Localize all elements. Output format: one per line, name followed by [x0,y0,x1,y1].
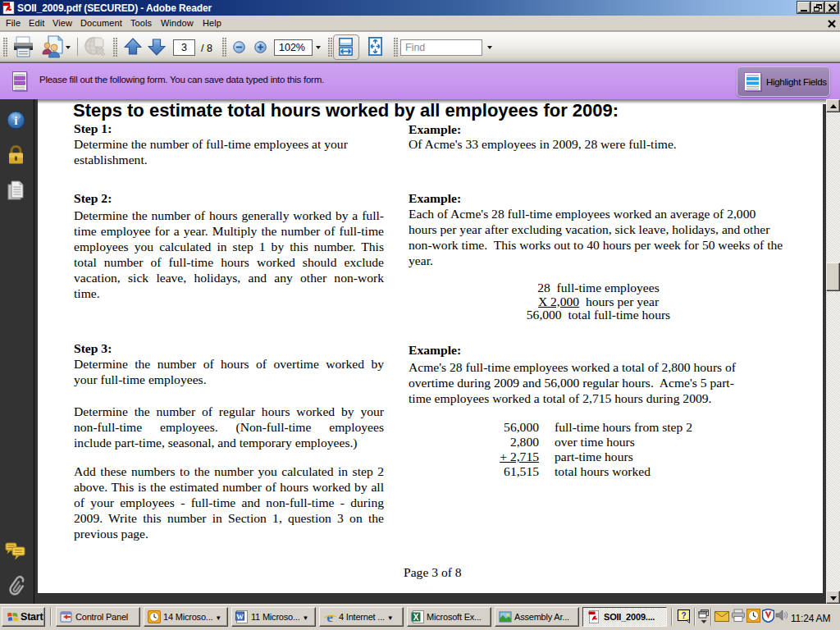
svg-text:e: e [326,610,333,623]
svg-text:X: X [413,613,419,622]
svg-text:i: i [15,115,18,127]
svg-text:W: W [236,613,244,621]
svg-text:?: ? [681,611,686,620]
